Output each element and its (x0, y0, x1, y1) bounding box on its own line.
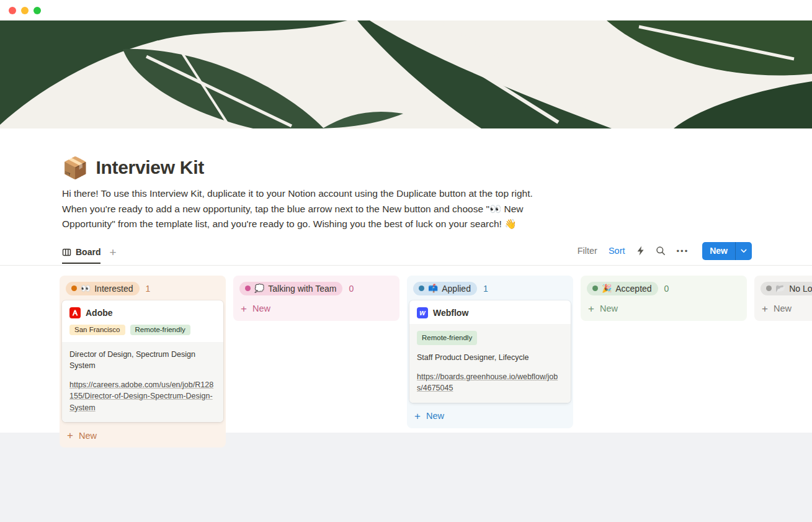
card-page-preview: Director of Design, Spectrum Design Syst… (62, 342, 223, 423)
plus-icon: + (414, 411, 421, 421)
status-pill[interactable]: 📂 No Lon (761, 282, 812, 295)
card-title-row: w Webflow (409, 300, 571, 324)
page-content: 📦 Interview Kit Hi there! To use this In… (0, 128, 812, 433)
status-dot (592, 286, 598, 291)
card-adobe[interactable]: Adobe San Francisco Remote-friendly Dire… (62, 300, 223, 423)
column-count: 0 (664, 284, 669, 294)
card-tags: San Francisco Remote-friendly (62, 324, 223, 342)
new-card-label: New (79, 431, 97, 441)
column-count: 0 (349, 284, 354, 294)
tag-remote-friendly: Remote-friendly (417, 331, 477, 346)
minimize-window-button[interactable] (21, 7, 29, 14)
new-card-label: New (774, 304, 792, 313)
board-column-talking-with-team: 💭 Talking with Team 0 + New (233, 276, 399, 321)
column-header[interactable]: 🎉 Accepted 0 (583, 278, 744, 299)
board-column-no-longer: 📂 No Lon + New (754, 276, 812, 321)
status-pill[interactable]: 👀 Interested (66, 282, 140, 295)
column-count: 1 (483, 284, 488, 294)
new-card-button[interactable]: + New (409, 407, 571, 426)
status-pill[interactable]: 🎉 Accepted (587, 282, 658, 295)
tab-board-label: Board (76, 247, 100, 257)
party-popper-emoji-icon: 🎉 (602, 284, 612, 292)
page-icon[interactable]: 📦 (62, 157, 88, 178)
new-card-label: New (252, 304, 270, 313)
more-options-icon[interactable]: ••• (677, 246, 689, 256)
tag-remote-friendly: Remote-friendly (130, 325, 190, 335)
page-cover-image[interactable] (0, 20, 812, 128)
column-header[interactable]: 👀 Interested 1 (62, 278, 223, 299)
column-header[interactable]: 📂 No Lon (757, 278, 812, 299)
webflow-logo-icon: w (417, 307, 428, 318)
plus-icon: + (588, 304, 594, 314)
column-count: 1 (146, 284, 151, 294)
job-role-text: Director of Design, Spectrum Design Syst… (69, 349, 216, 372)
plus-icon: + (67, 430, 73, 441)
view-toolbar: Board + Filter Sort ••• New (0, 245, 812, 266)
eyes-emoji-icon: 👀 (81, 284, 91, 292)
zoom-window-button[interactable] (33, 7, 41, 14)
status-pill[interactable]: 📫 Applied (413, 282, 477, 295)
job-posting-link[interactable]: https://boards.greenhouse.io/webflow/job… (417, 371, 563, 394)
card-title-row: Adobe (62, 300, 223, 324)
column-header[interactable]: 📫 Applied 1 (409, 278, 571, 299)
filter-button[interactable]: Filter (578, 246, 597, 256)
thought-balloon-emoji-icon: 💭 (254, 284, 264, 292)
monstera-leaves-illustration (0, 20, 812, 128)
new-card-label: New (426, 411, 444, 421)
card-title: Adobe (86, 308, 113, 318)
column-name: Interested (94, 284, 133, 294)
sort-button[interactable]: Sort (609, 246, 625, 256)
chevron-down-icon (741, 249, 747, 253)
new-dropdown-chevron[interactable] (735, 242, 752, 260)
board-view: 👀 Interested 1 Adobe Sa (0, 266, 812, 448)
new-card-button[interactable]: + New (62, 426, 223, 445)
job-role-text: Staff Product Designer, Lifecycle (417, 352, 563, 364)
column-header[interactable]: 💭 Talking with Team 0 (236, 278, 397, 299)
column-name: No Lon (789, 284, 812, 294)
status-dot (766, 286, 772, 291)
automation-bolt-icon[interactable] (636, 246, 645, 256)
plus-icon: + (762, 304, 768, 314)
new-card-button[interactable]: + New (236, 299, 397, 318)
new-card-button[interactable]: + New (757, 299, 812, 318)
new-button[interactable]: New (702, 242, 752, 260)
board-view-icon (62, 248, 71, 257)
status-dot (245, 286, 251, 291)
card-title: Webflow (433, 308, 468, 318)
new-card-button[interactable]: + New (583, 299, 744, 318)
page-description[interactable]: Hi there! To use this Interview Kit, dup… (62, 186, 548, 232)
close-window-button[interactable] (9, 7, 16, 14)
status-dot (71, 286, 77, 291)
window-titlebar (0, 0, 812, 20)
column-name: Applied (442, 284, 471, 294)
plus-icon: + (241, 304, 247, 314)
adobe-logo-icon (69, 307, 81, 318)
page-title[interactable]: Interview Kit (96, 157, 203, 178)
folder-emoji-icon: 📂 (775, 284, 785, 292)
tab-board[interactable]: Board (62, 247, 100, 264)
add-view-button[interactable]: + (109, 246, 116, 265)
card-webflow[interactable]: w Webflow Remote-friendly Staff Product … (409, 300, 571, 403)
toolbar-controls: Filter Sort ••• New (578, 242, 752, 265)
status-dot (419, 286, 424, 291)
notion-window: 📦 Interview Kit Hi there! To use this In… (0, 0, 812, 522)
board-column-interested: 👀 Interested 1 Adobe Sa (60, 276, 226, 448)
column-name: Talking with Team (268, 284, 336, 294)
status-pill[interactable]: 💭 Talking with Team (239, 282, 342, 295)
page-title-row: 📦 Interview Kit (62, 157, 812, 178)
view-tabs: Board + (62, 246, 117, 265)
new-card-label: New (600, 304, 618, 313)
board-column-applied: 📫 Applied 1 w Webflow Remote-friendly (407, 276, 573, 428)
mailbox-emoji-icon: 📫 (428, 284, 438, 292)
new-button-label[interactable]: New (702, 242, 735, 260)
board-column-accepted: 🎉 Accepted 0 + New (581, 276, 747, 321)
tag-san-francisco: San Francisco (69, 325, 125, 335)
card-page-preview: Remote-friendly Staff Product Designer, … (409, 324, 571, 403)
job-posting-link[interactable]: https://careers.adobe.com/us/en/job/R128… (69, 379, 216, 414)
column-name: Accepted (615, 284, 651, 294)
search-icon[interactable] (656, 246, 666, 256)
